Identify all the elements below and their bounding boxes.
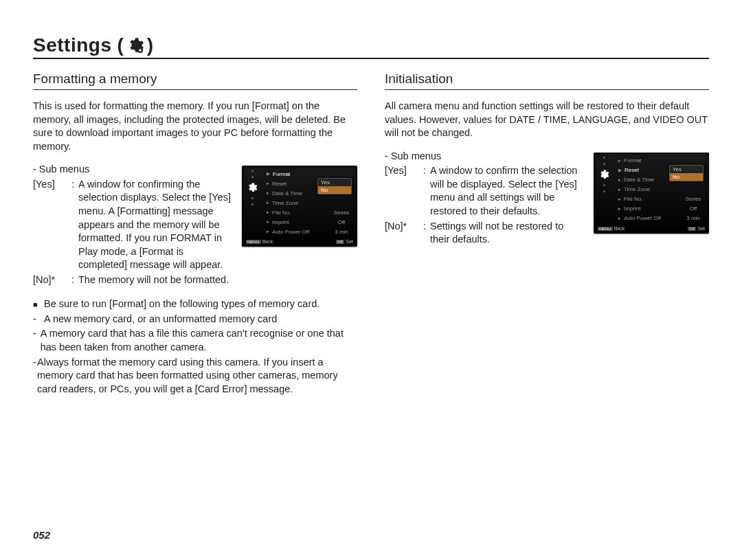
lcd-screenshot-format: ▶Format▸Reset▸Date & Time▸Time Zone▸File… bbox=[242, 163, 357, 288]
lcd-back-label: Back bbox=[614, 226, 625, 231]
chevron-right-icon: ▸ bbox=[618, 158, 621, 164]
colon: : bbox=[423, 220, 430, 234]
option-key: [Yes] bbox=[385, 164, 423, 178]
lcd-popup-option[interactable]: No bbox=[318, 186, 351, 194]
col-formatting: Formatting a memory This is used for for… bbox=[33, 71, 357, 397]
chevron-right-icon: ▸ bbox=[618, 216, 621, 221]
lcd-popup: YesNo bbox=[317, 178, 352, 194]
chevron-right-icon: ▶ bbox=[618, 168, 622, 173]
lcd-item-label: Auto Power Off bbox=[624, 215, 679, 221]
option-yes-right: [Yes] : A window to confirm the selectio… bbox=[385, 164, 583, 218]
ok-button-icon[interactable]: OK bbox=[688, 227, 697, 231]
menu-button-icon[interactable]: MENU bbox=[598, 227, 613, 231]
lcd-item-value: 3 min bbox=[330, 229, 353, 235]
lcd-item-label: Imprint bbox=[624, 205, 679, 212]
lcd-menu-item[interactable]: ▸Format bbox=[618, 157, 705, 165]
format-notes: ■ Be sure to run [Format] on the followi… bbox=[33, 298, 357, 396]
lcd-menu-item[interactable]: ▸Auto Power Off3 min bbox=[267, 227, 353, 236]
lcd-menu-item[interactable]: ▸File No.Series bbox=[267, 208, 353, 216]
lcd-footer: MENUBackOKSet bbox=[246, 239, 353, 244]
chevron-right-icon: ▸ bbox=[618, 177, 621, 183]
square-bullet-icon: ■ bbox=[33, 300, 44, 310]
lcd-item-label: Imprint bbox=[272, 219, 327, 225]
svg-point-1 bbox=[139, 49, 141, 51]
lcd-menu-item[interactable]: ▸Time Zone bbox=[267, 199, 353, 207]
option-text: The memory will not be formatted. bbox=[78, 273, 231, 287]
lcd-item-label: Time Zone bbox=[272, 200, 327, 206]
ok-button-icon[interactable]: OK bbox=[336, 240, 345, 244]
submenu-title-left: - Sub menus bbox=[33, 163, 231, 177]
note-lead: Be sure to run [Format] on the following… bbox=[44, 298, 319, 311]
lcd-menu-item[interactable]: ▶Format bbox=[267, 170, 353, 178]
page-title: Settings bbox=[33, 34, 111, 56]
heading-initialisation: Initialisation bbox=[385, 71, 709, 90]
lcd-popup: YesNo bbox=[669, 165, 704, 181]
lcd-item-value: Off bbox=[330, 219, 353, 225]
lcd-item-value: Series bbox=[330, 210, 353, 216]
lcd-popup-option[interactable]: No bbox=[670, 173, 703, 181]
lcd-menu-item[interactable]: ▸ImprintOff bbox=[267, 218, 353, 226]
chevron-right-icon: ▸ bbox=[267, 181, 269, 186]
option-no-right: [No]* : Settings will not be restored to… bbox=[385, 220, 583, 247]
note-item: Always format the memory card using this… bbox=[37, 356, 357, 396]
note-item: A memory card that has a file this camer… bbox=[41, 327, 357, 354]
option-yes-left: [Yes] : A window for confirming the sele… bbox=[33, 178, 231, 272]
intro-initialisation: All camera menu and function settings wi… bbox=[385, 100, 709, 140]
colon: : bbox=[71, 178, 78, 192]
option-key: [No]* bbox=[33, 273, 71, 287]
lcd-footer: MENUBackOKSet bbox=[598, 226, 705, 231]
lcd-item-label: Format bbox=[624, 157, 679, 164]
lcd-popup-option[interactable]: Yes bbox=[670, 166, 703, 173]
lcd-item-label: File No. bbox=[624, 196, 679, 202]
option-text: A window for confirming the selection di… bbox=[78, 178, 231, 272]
option-key: [No]* bbox=[385, 220, 423, 234]
lcd-item-value: 3 min bbox=[682, 215, 705, 221]
title-icon-group: ( ) bbox=[117, 34, 153, 56]
chevron-right-icon: ▸ bbox=[618, 187, 621, 192]
lcd-screenshot-reset: ▸Format▶Reset▸Date & Time▸Time Zone▸File… bbox=[594, 150, 709, 248]
chevron-right-icon: ▸ bbox=[267, 210, 269, 215]
lcd-set-label: Set bbox=[697, 226, 705, 231]
colon: : bbox=[71, 273, 78, 287]
option-text: Settings will not be restored to their d… bbox=[430, 220, 583, 247]
lcd-item-label: Time Zone bbox=[624, 186, 679, 192]
col-initialisation: Initialisation All camera menu and funct… bbox=[385, 71, 709, 397]
note-item: A new memory card, or an unformatted mem… bbox=[44, 313, 277, 326]
lcd-menu-item[interactable]: ▸ImprintOff bbox=[618, 205, 705, 213]
lcd-menu-item[interactable]: ▸Time Zone bbox=[618, 186, 705, 194]
page-number: 052 bbox=[33, 529, 50, 541]
submenu-title-right: - Sub menus bbox=[385, 150, 583, 164]
lcd-item-label: Format bbox=[273, 171, 327, 177]
chevron-right-icon: ▸ bbox=[267, 229, 269, 234]
chevron-right-icon: ▸ bbox=[618, 197, 621, 202]
option-no-left: [No]* : The memory will not be formatted… bbox=[33, 273, 231, 287]
page-title-row: Settings ( ) bbox=[33, 34, 709, 59]
option-text: A window to confirm the selection will b… bbox=[430, 164, 583, 218]
lcd-item-value: Series bbox=[682, 196, 705, 202]
chevron-right-icon: ▸ bbox=[618, 206, 621, 212]
lcd-popup-option[interactable]: Yes bbox=[318, 179, 351, 186]
option-key: [Yes] bbox=[33, 178, 71, 192]
menu-button-icon[interactable]: MENU bbox=[246, 240, 261, 244]
lcd-menu-item[interactable]: ▸File No.Series bbox=[618, 195, 705, 203]
dash-bullet-icon: - bbox=[33, 313, 44, 326]
heading-formatting: Formatting a memory bbox=[33, 71, 357, 90]
lcd-item-value: Off bbox=[682, 205, 705, 212]
chevron-right-icon: ▶ bbox=[267, 171, 270, 177]
chevron-right-icon: ▸ bbox=[267, 200, 269, 205]
lcd-menu-item[interactable]: ▸Auto Power Off3 min bbox=[618, 214, 705, 223]
gear-icon bbox=[126, 36, 144, 54]
chevron-right-icon: ▸ bbox=[267, 219, 269, 225]
lcd-item-label: Auto Power Off bbox=[272, 229, 327, 235]
lcd-sidebar-icons bbox=[596, 157, 611, 220]
lcd-sidebar-icons bbox=[245, 170, 260, 233]
lcd-item-label: File No. bbox=[272, 210, 327, 216]
intro-formatting: This is used for formatting the memory. … bbox=[33, 100, 357, 153]
colon: : bbox=[423, 164, 430, 178]
lcd-back-label: Back bbox=[262, 239, 273, 244]
dash-bullet-icon: - bbox=[33, 327, 41, 341]
chevron-right-icon: ▸ bbox=[267, 190, 269, 196]
lcd-set-label: Set bbox=[346, 239, 353, 244]
